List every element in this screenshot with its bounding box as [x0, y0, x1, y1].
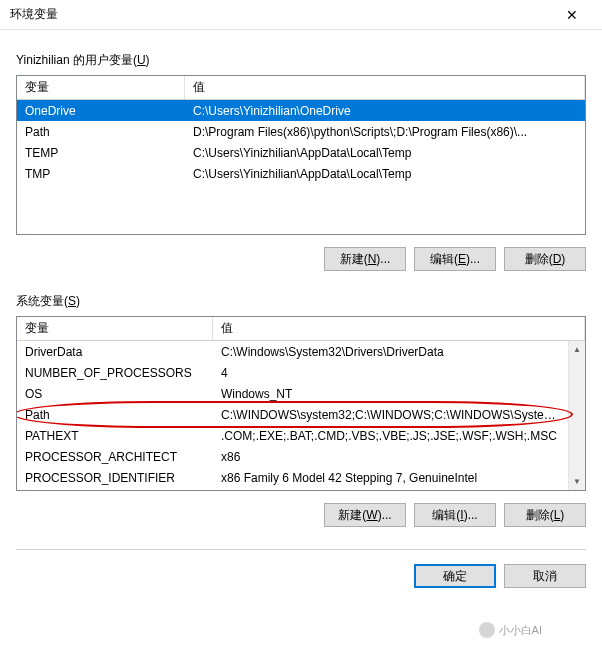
var-name: DriverData [17, 345, 213, 359]
close-button[interactable]: ✕ [552, 0, 592, 30]
var-name: PROCESSOR_ARCHITECT [17, 450, 213, 464]
var-value: C:\Windows\System32\Drivers\DriverData [213, 345, 568, 359]
col-name-header[interactable]: 变量 [17, 76, 185, 99]
system-vars-buttons: 新建(W)... 编辑(I)... 删除(L) [16, 503, 586, 527]
var-value: Windows_NT [213, 387, 568, 401]
table-row[interactable]: TEMPC:\Users\Yinizhilian\AppData\Local\T… [17, 142, 585, 163]
var-name: Path [17, 125, 185, 139]
scroll-track[interactable] [569, 358, 585, 473]
table-row[interactable]: OSWindows_NT [17, 383, 585, 404]
scroll-down-icon[interactable]: ▼ [569, 473, 585, 490]
var-value: 4 [213, 366, 568, 380]
table-row[interactable]: PathC:\WINDOWS\system32;C:\WINDOWS;C:\WI… [17, 404, 585, 425]
ok-button[interactable]: 确定 [414, 564, 496, 588]
system-delete-button[interactable]: 删除(L) [504, 503, 586, 527]
titlebar: 环境变量 ✕ [0, 0, 602, 30]
table-row[interactable]: NUMBER_OF_PROCESSORS4 [17, 362, 585, 383]
user-vars-label: Yinizhilian 的用户变量(U) [16, 52, 586, 69]
watermark-icon [479, 622, 495, 638]
footer: 确定 取消 [0, 550, 602, 602]
var-name: TEMP [17, 146, 185, 160]
system-vars-header: 变量 值 [17, 317, 585, 341]
user-delete-button[interactable]: 删除(D) [504, 247, 586, 271]
watermark-text: 小小白AI [499, 623, 542, 638]
user-vars-buttons: 新建(N)... 编辑(E)... 删除(D) [16, 247, 586, 271]
user-vars-section: Yinizhilian 的用户变量(U) 变量 值 OneDriveC:\Use… [16, 52, 586, 235]
var-name: PROCESSOR_IDENTIFIER [17, 471, 213, 485]
table-row[interactable]: PROCESSOR_ARCHITECTx86 [17, 446, 585, 467]
var-value: x86 Family 6 Model 42 Stepping 7, Genuin… [213, 471, 568, 485]
user-new-button[interactable]: 新建(N)... [324, 247, 406, 271]
system-vars-label: 系统变量(S) [16, 293, 586, 310]
var-name: PATHEXT [17, 429, 213, 443]
window-title: 环境变量 [10, 6, 552, 23]
user-vars-list[interactable]: 变量 值 OneDriveC:\Users\Yinizhilian\OneDri… [16, 75, 586, 235]
table-row[interactable]: PathD:\Program Files(x86)\python\Scripts… [17, 121, 585, 142]
table-row[interactable]: PATHEXT.COM;.EXE;.BAT;.CMD;.VBS;.VBE;.JS… [17, 425, 585, 446]
var-value: D:\Program Files(x86)\python\Scripts\;D:… [185, 125, 585, 139]
system-vars-list[interactable]: 变量 值 DriverDataC:\Windows\System32\Drive… [16, 316, 586, 491]
user-vars-body[interactable]: OneDriveC:\Users\Yinizhilian\OneDrivePat… [17, 100, 585, 234]
table-row[interactable]: PROCESSOR_IDENTIFIERx86 Family 6 Model 4… [17, 467, 585, 488]
system-vars-body[interactable]: DriverDataC:\Windows\System32\Drivers\Dr… [17, 341, 585, 490]
var-name: NUMBER_OF_PROCESSORS [17, 366, 213, 380]
var-name: OS [17, 387, 213, 401]
watermark: 小小白AI [479, 622, 542, 638]
col-value-header[interactable]: 值 [185, 76, 585, 99]
col-value-header[interactable]: 值 [213, 317, 585, 340]
var-name: TMP [17, 167, 185, 181]
system-edit-button[interactable]: 编辑(I)... [414, 503, 496, 527]
var-name: Path [17, 408, 213, 422]
system-new-button[interactable]: 新建(W)... [324, 503, 406, 527]
var-value: C:\Users\Yinizhilian\AppData\Local\Temp [185, 167, 585, 181]
var-value: x86 [213, 450, 568, 464]
scroll-up-icon[interactable]: ▲ [569, 341, 585, 358]
scrollbar[interactable]: ▲ ▼ [568, 341, 585, 490]
var-value: .COM;.EXE;.BAT;.CMD;.VBS;.VBE;.JS;.JSE;.… [213, 429, 568, 443]
system-vars-section: 系统变量(S) 变量 值 DriverDataC:\Windows\System… [16, 293, 586, 491]
table-row[interactable]: OneDriveC:\Users\Yinizhilian\OneDrive [17, 100, 585, 121]
table-row[interactable]: TMPC:\Users\Yinizhilian\AppData\Local\Te… [17, 163, 585, 184]
user-vars-header: 变量 值 [17, 76, 585, 100]
user-edit-button[interactable]: 编辑(E)... [414, 247, 496, 271]
var-name: OneDrive [17, 104, 185, 118]
var-value: C:\Users\Yinizhilian\OneDrive [185, 104, 585, 118]
cancel-button[interactable]: 取消 [504, 564, 586, 588]
var-value: C:\Users\Yinizhilian\AppData\Local\Temp [185, 146, 585, 160]
var-value: C:\WINDOWS\system32;C:\WINDOWS;C:\WINDOW… [213, 408, 568, 422]
col-name-header[interactable]: 变量 [17, 317, 213, 340]
table-row[interactable]: DriverDataC:\Windows\System32\Drivers\Dr… [17, 341, 585, 362]
